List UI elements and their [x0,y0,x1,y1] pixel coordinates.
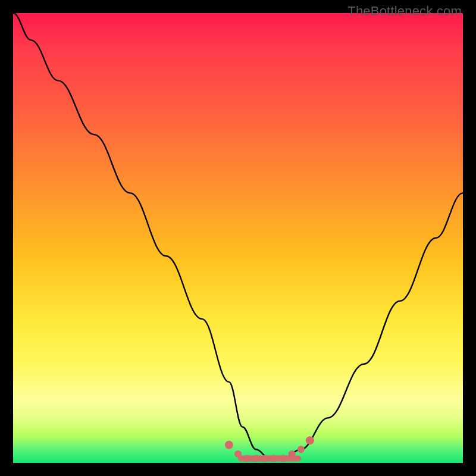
marker-dot [280,455,287,462]
bottleneck-curve [13,13,463,458]
marker-dot [252,455,259,462]
bottleneck-curve-svg [13,13,463,463]
watermark-text: TheBottleneck.com [347,4,462,19]
marker-dot [306,436,314,444]
marker-dot [298,446,305,453]
marker-dot [289,450,296,458]
optimal-range-markers [225,436,314,462]
plot-area [13,13,463,463]
marker-dot [270,455,277,462]
marker-dot [225,441,233,449]
marker-dot [243,455,250,462]
marker-dot [234,450,242,458]
chart-frame: TheBottleneck.com [0,0,476,476]
marker-dot [261,455,268,462]
